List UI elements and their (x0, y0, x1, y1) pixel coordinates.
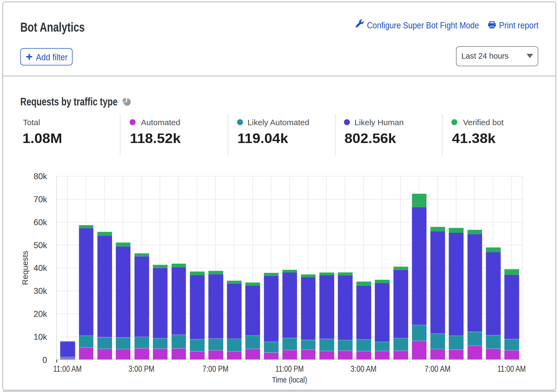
svg-text:0: 0 (42, 355, 47, 365)
svg-text:Requests: Requests (21, 251, 29, 285)
svg-text:11:00 PM: 11:00 PM (275, 364, 304, 374)
svg-text:11:00 AM: 11:00 AM (53, 364, 82, 374)
svg-text:60k: 60k (34, 218, 47, 227)
svg-text:30k: 30k (34, 286, 47, 296)
svg-text:3:00 PM: 3:00 PM (129, 364, 155, 374)
svg-text:70k: 70k (34, 195, 47, 204)
svg-text:7:00 PM: 7:00 PM (202, 364, 228, 374)
svg-text:20k: 20k (34, 309, 47, 319)
svg-text:50k: 50k (34, 241, 47, 250)
svg-text:11:00 AM: 11:00 AM (497, 364, 526, 374)
svg-text:10k: 10k (34, 332, 47, 342)
svg-text:Time (local): Time (local) (272, 375, 307, 384)
svg-text:80k: 80k (34, 172, 47, 181)
svg-text:3:00 AM: 3:00 AM (350, 364, 376, 374)
svg-text:7:00 AM: 7:00 AM (425, 364, 451, 374)
svg-text:40k: 40k (34, 263, 47, 273)
